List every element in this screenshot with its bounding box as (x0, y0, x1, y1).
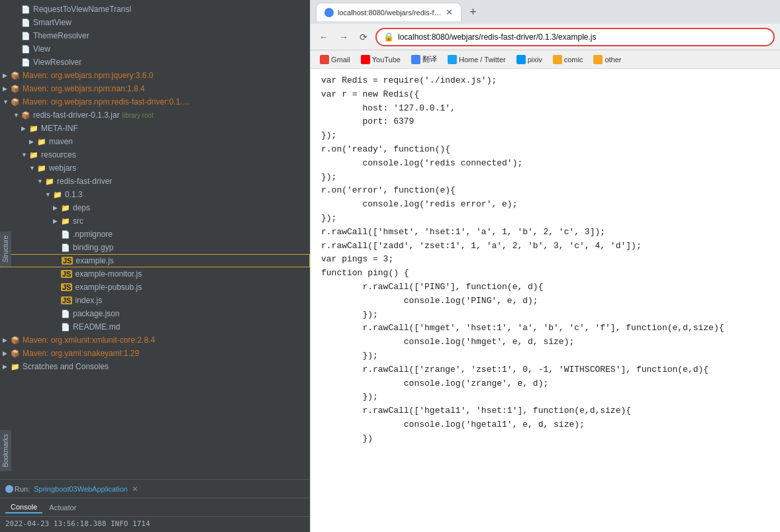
tree-item-label: Maven: org.webjars.npm:nan:1.8.4 (23, 84, 145, 93)
tree-item[interactable]: ▶📁src (0, 214, 310, 228)
tree-item-label: SmartView (33, 18, 72, 27)
tree-item[interactable]: ▶📦Maven: org.yaml:snakeyaml:1.29 (0, 347, 310, 360)
bookmark-icon (516, 55, 526, 64)
tree-item-label: RequestToViewNameTransl (33, 5, 131, 14)
structure-tab[interactable]: Structure (0, 232, 11, 267)
tree-item[interactable]: ▼📁webjars (0, 161, 310, 175)
bookmarks-tab[interactable]: Bookmarks (0, 430, 11, 471)
tree-item[interactable]: JSexample.js (0, 254, 310, 267)
code-line: }); (321, 212, 769, 226)
tree-item-label: Maven: org.yaml:snakeyaml:1.29 (23, 349, 139, 358)
tree-item-icon: 📄 (61, 323, 70, 332)
tree-item-arrow: ▶ (29, 138, 37, 145)
tree-item-arrow: ▼ (29, 165, 37, 171)
tree-item[interactable]: ▶📁deps (0, 201, 310, 214)
tree-item[interactable]: ▶📦Maven: org.webjars.npm:jquery:3.6.0 (0, 69, 310, 82)
code-area[interactable]: var Redis = require('./index.js');var r … (311, 69, 780, 532)
tree-item-arrow: ▼ (21, 152, 29, 158)
tree-item-icon: JS (61, 283, 72, 291)
new-tab-button[interactable]: + (464, 3, 483, 21)
code-line: }); (321, 171, 769, 185)
tree-item[interactable]: ▶📦Maven: org.webjars.npm:nan:1.8.4 (0, 82, 310, 95)
ide-panel: Structure Bookmarks 📄RequestToViewNameTr… (0, 0, 310, 532)
tree-item[interactable]: ▶📁maven (0, 135, 310, 148)
tree-item[interactable]: 📄binding.gyp (0, 241, 310, 254)
tree-item-label: index.js (75, 296, 102, 305)
tree-item-icon: 📁 (61, 204, 70, 212)
code-line: var pings = 3; (321, 253, 769, 267)
tree-item[interactable]: 📄README.md (0, 320, 310, 333)
tree-item-label: deps (73, 203, 90, 212)
tree-item[interactable]: ▼📁0.1.3 (0, 188, 310, 201)
tree-item[interactable]: 📄ViewResolver (0, 56, 310, 69)
url-box[interactable]: 🔒 localhost:8080/webjars/redis-fast-driv… (375, 28, 775, 46)
tree-item[interactable]: 📄ThemeResolver (0, 29, 310, 42)
tree-item[interactable]: 📄View (0, 42, 310, 56)
tab-close-button[interactable]: ✕ (446, 7, 453, 17)
bookmark-item[interactable]: YouTube (357, 54, 405, 66)
tree-item-icon: 📄 (21, 5, 30, 14)
tree-item-label: example.js (75, 256, 113, 265)
bookmark-item[interactable]: other (589, 54, 625, 66)
console-tab[interactable]: Console (5, 502, 42, 513)
tree-item[interactable]: 📄RequestToViewNameTransl (0, 3, 310, 16)
tree-item[interactable]: 📄.npmignore (0, 228, 310, 241)
code-line: console.log('hmget', e, d, size); (321, 335, 769, 349)
tree-item[interactable]: ▶📁META-INF (0, 122, 310, 135)
bookmark-label: Home / Twitter (459, 56, 506, 64)
tree-item-label: redis-fast-driver (57, 177, 112, 186)
back-button[interactable]: ← (316, 29, 332, 45)
bookmark-item[interactable]: 翻译 (407, 53, 441, 66)
tree-item-label: binding.gyp (73, 243, 113, 252)
code-line: console.log('redis error', e); (321, 198, 769, 212)
tree-item-icon: 📦 (11, 85, 20, 93)
bookmark-item[interactable]: Gmail (316, 54, 354, 66)
bookmark-item[interactable]: comic (549, 54, 587, 66)
run-label: Run: (15, 485, 30, 493)
tree-item-icon: JS (61, 270, 72, 278)
tree-item[interactable]: ▶📁Scratches and Consoles (0, 360, 310, 373)
tree-item-icon: JS (62, 257, 73, 265)
address-bar: ← → ⟳ 🔒 localhost:8080/webjars/redis-fas… (311, 24, 780, 50)
tree-item[interactable]: 📄SmartView (0, 16, 310, 29)
code-line: r.on('ready', function(){ (321, 143, 769, 157)
tree-item-icon: 📦 (11, 98, 20, 107)
tree-item[interactable]: ▶📦Maven: org.xmlunit:xmlunit-core:2.8.4 (0, 333, 310, 347)
tree-item[interactable]: JSexample-pubsub.js (0, 281, 310, 294)
tree-item[interactable]: ▼📦redis-fast-driver-0.1.3.jarlibrary roo… (0, 109, 310, 122)
tree-item-label: Maven: org.xmlunit:xmlunit-core:2.8.4 (23, 335, 155, 345)
tree-item[interactable]: JSexample-monitor.js (0, 267, 310, 281)
console-label: Console (11, 503, 37, 511)
tree-item[interactable]: ▼📁redis-fast-driver (0, 175, 310, 188)
bookmark-item[interactable]: pixiv (512, 54, 546, 66)
url-text: localhost:8080/webjars/redis-fast-driver… (398, 32, 767, 42)
tree-item[interactable]: 📄package.json (0, 307, 310, 320)
app-name[interactable]: Springboot03WebApplication (34, 485, 128, 493)
reload-button[interactable]: ⟳ (356, 29, 371, 45)
tree-item-label: Maven: org.webjars.npm:jquery:3.6.0 (23, 71, 153, 80)
run-icon (5, 485, 13, 493)
tree-item-icon: 📦 (11, 336, 20, 345)
tree-item-arrow: ▶ (53, 218, 61, 224)
bookmark-icon (448, 55, 457, 64)
tree-item-icon: 📁 (29, 151, 38, 159)
bookmark-label: 翻译 (422, 54, 437, 64)
bookmark-item[interactable]: Home / Twitter (444, 54, 510, 66)
close-run-tab[interactable]: ✕ (132, 484, 138, 494)
tree-item[interactable]: ▼📁resources (0, 148, 310, 161)
tree-item-icon: 📄 (21, 19, 30, 27)
code-line: console.log('hgetal1', e, d, size); (321, 418, 769, 432)
tree-item-icon: 📄 (21, 32, 30, 40)
bookmark-icon (361, 55, 370, 64)
tree-item-label: META-INF (41, 124, 78, 133)
tree-item[interactable]: ▼📦Maven: org.webjars.npm:redis-fast-driv… (0, 95, 310, 109)
browser-tab[interactable]: localhost:8080/webjars/redis-f… ✕ (316, 3, 462, 21)
tree-item[interactable]: JSindex.js (0, 294, 310, 307)
actuator-tab[interactable]: Actuator (44, 502, 81, 513)
tree-item-label: .npmignore (73, 230, 113, 239)
tree-item-icon: 📄 (21, 58, 30, 67)
bookmark-label: comic (564, 56, 583, 64)
code-line: r.rawCall(['hmset', 'hset:1', 'a', 1, 'b… (321, 226, 769, 240)
code-line: console.log('redis connected'); (321, 157, 769, 171)
forward-button[interactable]: → (336, 29, 352, 45)
